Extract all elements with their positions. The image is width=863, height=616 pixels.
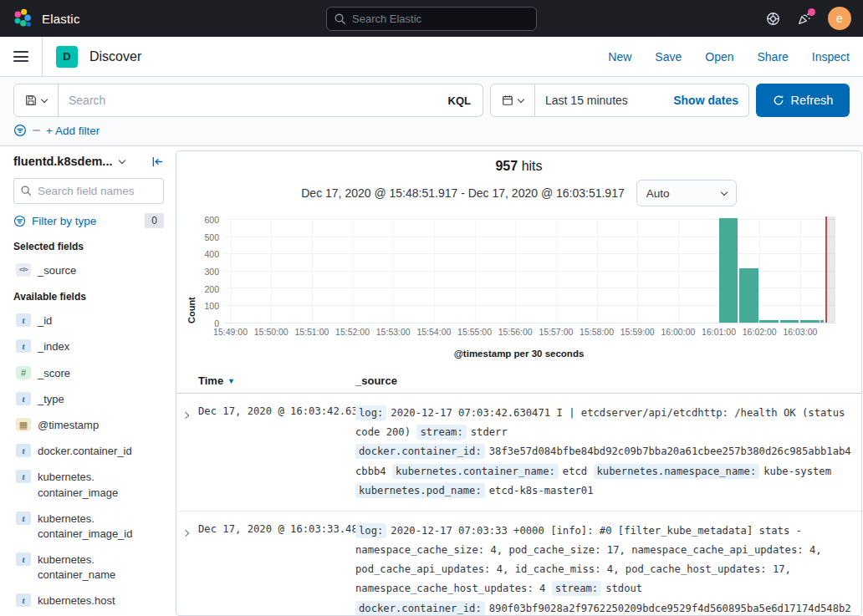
x-tick: 16:01:00 bbox=[702, 327, 736, 337]
filter-by-type: Filter by type 0 bbox=[13, 213, 164, 228]
show-dates-button[interactable]: Show dates bbox=[673, 94, 738, 107]
doc-table-body: Dec 17, 2020 @ 16:03:42.630log:2020-12-1… bbox=[176, 394, 861, 616]
query-section: KQL Last 15 minutes Show dates Refresh +… bbox=[0, 77, 863, 146]
field-type-icon-t: t bbox=[16, 444, 31, 457]
hits-value: 957 bbox=[495, 159, 518, 173]
newsfeed-icon[interactable] bbox=[797, 12, 811, 26]
refresh-button[interactable]: Refresh bbox=[756, 84, 850, 117]
doc-timestamp: Dec 17, 2020 @ 16:03:33.488 bbox=[198, 522, 355, 535]
field-type-icon-t: t bbox=[16, 339, 31, 353]
x-tick: 15:53:00 bbox=[376, 327, 411, 337]
content: fluentd.k8sdem... Filter by type 0 Selec… bbox=[0, 146, 863, 616]
chart-date-range: Dec 17, 2020 @ 15:48:51.917 - Dec 17, 20… bbox=[301, 186, 624, 200]
x-tick: 15:58:00 bbox=[580, 327, 614, 337]
appbar-action-open[interactable]: Open bbox=[705, 50, 733, 64]
appbar-action-share[interactable]: Share bbox=[758, 50, 789, 64]
menu-icon[interactable] bbox=[13, 48, 28, 65]
doc-field-key: docker.container_id: bbox=[355, 601, 485, 616]
doc-field-key: docker.container_id: bbox=[355, 444, 485, 459]
query-row: KQL Last 15 minutes Show dates Refresh bbox=[13, 84, 850, 117]
refresh-icon bbox=[773, 94, 784, 106]
date-picker-button[interactable] bbox=[490, 84, 535, 117]
field-name: @timestamp bbox=[38, 418, 99, 433]
filter-settings-icon[interactable] bbox=[13, 124, 27, 137]
selected-fields-heading: Selected fields bbox=[13, 241, 164, 252]
field-item-_index[interactable]: t_index bbox=[13, 339, 164, 354]
sort-descending-icon[interactable] bbox=[227, 377, 235, 385]
histogram-bar[interactable] bbox=[800, 320, 820, 323]
global-search-input[interactable] bbox=[326, 7, 537, 31]
index-pattern-selector[interactable]: fluentd.k8sdem... bbox=[13, 155, 164, 168]
time-column-header[interactable]: Time bbox=[198, 374, 355, 387]
discover-app-badge[interactable]: D bbox=[56, 46, 78, 68]
interval-select[interactable]: Auto bbox=[636, 180, 737, 206]
avatar[interactable]: e bbox=[828, 7, 851, 30]
filter-by-type-button[interactable]: Filter by type bbox=[32, 215, 96, 227]
x-tick: 15:50:00 bbox=[254, 327, 289, 337]
notification-dot bbox=[808, 8, 815, 16]
field-item-kubernetes.container_image[interactable]: tkubernetes.​container_image bbox=[13, 470, 164, 500]
field-name: kubernetes.​container_image bbox=[38, 470, 141, 500]
help-icon[interactable] bbox=[766, 12, 780, 26]
query-language-button[interactable]: KQL bbox=[437, 94, 483, 107]
field-type-icon-date: ▦ bbox=[16, 418, 31, 431]
search-icon bbox=[334, 13, 346, 25]
hits-label: hits bbox=[522, 159, 543, 173]
app-bar: D Discover NewSaveOpenShareInspect bbox=[0, 37, 863, 77]
dash-icon bbox=[33, 130, 40, 131]
saved-queries-button[interactable] bbox=[13, 84, 59, 117]
field-item-@timestamp[interactable]: ▦@timestamp bbox=[13, 418, 164, 433]
doc-timestamp: Dec 17, 2020 @ 16:03:42.630 bbox=[198, 404, 355, 417]
histogram-bar[interactable] bbox=[820, 320, 824, 323]
appbar-actions: NewSaveOpenShareInspect bbox=[608, 50, 850, 64]
histogram-bar[interactable] bbox=[759, 320, 779, 323]
field-item-_type[interactable]: t_type bbox=[13, 392, 164, 407]
x-tick: 15:56:00 bbox=[498, 327, 533, 337]
hits-count: 957 hits bbox=[176, 159, 861, 174]
field-type-icon-t: t bbox=[16, 512, 31, 525]
x-tick: 16:02:00 bbox=[743, 327, 777, 337]
elastic-logo-icon[interactable] bbox=[12, 8, 33, 29]
field-search bbox=[13, 178, 164, 204]
histogram-bar[interactable] bbox=[739, 268, 758, 323]
field-item-kubernetes.host[interactable]: tkubernetes.​host bbox=[13, 593, 164, 608]
field-item-kubernetes.container_name[interactable]: tkubernetes.​container_name bbox=[13, 552, 164, 583]
source-column-header: _source bbox=[355, 374, 397, 387]
field-item-_source[interactable]: </>_source bbox=[13, 263, 164, 278]
add-filter-button[interactable]: + Add filter bbox=[46, 125, 100, 137]
x-tick: 15:55:00 bbox=[457, 327, 492, 337]
time-range-value[interactable]: Last 15 minutes bbox=[545, 94, 628, 107]
expand-row-icon[interactable] bbox=[183, 522, 198, 538]
field-type-icon-t: t bbox=[16, 552, 31, 566]
doc-field-key: log: bbox=[355, 405, 386, 420]
y-tick: 400 bbox=[204, 249, 219, 259]
interval-value: Auto bbox=[646, 187, 670, 200]
field-name: _id bbox=[38, 313, 52, 328]
field-search-input[interactable] bbox=[13, 178, 164, 204]
appbar-action-save[interactable]: Save bbox=[655, 50, 682, 64]
field-name: kubernetes.​container_name bbox=[38, 552, 141, 583]
x-tick: 15:54:00 bbox=[416, 327, 451, 337]
field-item-_id[interactable]: t_id bbox=[13, 313, 164, 328]
document-row: Dec 17, 2020 @ 16:03:42.630log:2020-12-1… bbox=[176, 394, 861, 512]
y-tick: 600 bbox=[204, 215, 219, 225]
histogram-bar[interactable] bbox=[719, 218, 738, 323]
query-search-input[interactable] bbox=[59, 84, 437, 116]
calendar-icon bbox=[502, 94, 513, 106]
field-item-_score[interactable]: #_score bbox=[13, 366, 164, 381]
filter-icon bbox=[13, 215, 26, 227]
appbar-action-inspect[interactable]: Inspect bbox=[812, 50, 850, 64]
doc-field-key: stream: bbox=[416, 425, 466, 440]
document-row: Dec 17, 2020 @ 16:03:33.488log:2020-12-1… bbox=[176, 512, 861, 616]
collapse-sidebar-icon[interactable] bbox=[151, 155, 164, 168]
field-item-docker.container_id[interactable]: tdocker.​container_id bbox=[13, 444, 164, 459]
field-name: _index bbox=[38, 339, 69, 354]
field-type-icon-t: t bbox=[16, 392, 31, 405]
doc-source: log:2020-12-17 07:03:33 +0000 [info]: #0… bbox=[355, 522, 851, 616]
index-pattern-name: fluentd.k8sdem... bbox=[13, 155, 112, 168]
selected-fields-list: </>_source bbox=[13, 263, 164, 278]
field-item-kubernetes.container_image_id[interactable]: tkubernetes.​container_image_id bbox=[13, 512, 164, 542]
appbar-action-new[interactable]: New bbox=[608, 50, 631, 64]
histogram-bar[interactable] bbox=[780, 320, 799, 323]
expand-row-icon[interactable] bbox=[183, 404, 198, 420]
